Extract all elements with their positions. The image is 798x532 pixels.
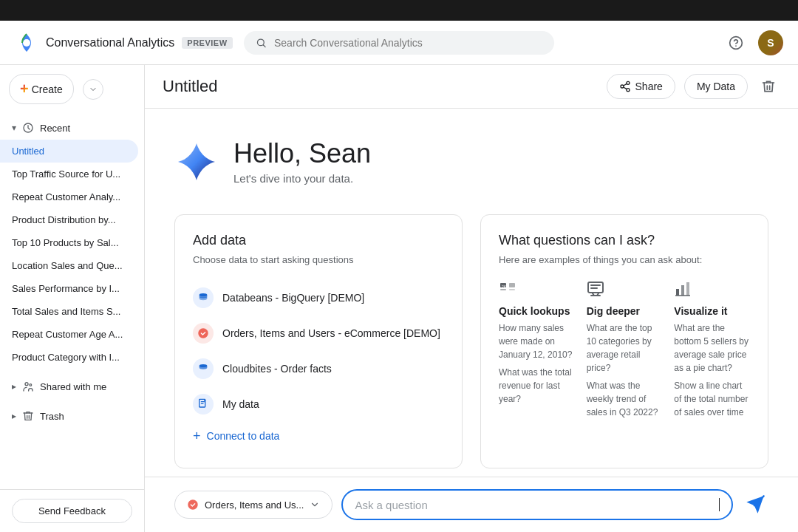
datasource-mydata[interactable]: My data [193, 386, 444, 422]
my-data-label: My Data [697, 81, 735, 92]
share-label: Share [635, 81, 663, 92]
bottom-bar: Orders, Items and Us... [145, 477, 798, 532]
questions-card: What questions can I ask? Here are examp… [480, 214, 768, 468]
help-button[interactable] [723, 30, 749, 56]
sidebar-item-untitled[interactable]: Untitled [0, 140, 138, 163]
quick-lookups-example2: What was the total revenue for last year… [499, 366, 575, 406]
send-button[interactable] [742, 491, 768, 518]
shared-people-icon [22, 381, 34, 392]
main-layout: + Create ▾ Recent Untitled Top Traffic S… [0, 65, 798, 532]
recent-section: ▾ Recent Untitled Top Traffic Source for… [0, 113, 144, 372]
app-title: Conversational Analytics [46, 36, 174, 50]
create-dropdown-button[interactable] [83, 79, 103, 100]
databeans-label: Databeans - BigQuery [DEMO] [222, 292, 364, 304]
datasource-databeans[interactable]: Databeans - BigQuery [DEMO] [193, 280, 444, 316]
datasource-cloudbites[interactable]: Cloudbites - Order facts [193, 351, 444, 386]
sidebar-item-2[interactable]: Repeat Customer Analy... [0, 185, 138, 208]
svg-point-11 [627, 89, 630, 92]
send-icon [745, 494, 765, 515]
delete-icon [761, 79, 776, 94]
ecommerce-label: Orders, Items and Users - eCommerce [DEM… [222, 327, 440, 339]
header-left: Conversational Analytics PREVIEW [15, 31, 244, 55]
data-selector-icon [187, 499, 199, 511]
svg-text:2K: 2K [502, 284, 507, 289]
svg-rect-25 [686, 282, 689, 296]
recent-section-header[interactable]: ▾ Recent [0, 116, 144, 140]
sidebar-item-6[interactable]: Sales Performance by I... [0, 277, 138, 300]
delete-button[interactable] [757, 75, 780, 98]
connect-plus-icon: + [193, 429, 201, 443]
questions-grid: 2K Quick lookups How many sales were mad… [499, 280, 750, 419]
trash-section-header[interactable]: ▸ Trash [0, 404, 144, 428]
cards-row: Add data Choose data to start asking que… [174, 214, 768, 468]
trash-icon [22, 410, 34, 422]
sidebar-item-9[interactable]: Product Category with I... [0, 346, 138, 369]
svg-rect-24 [681, 285, 684, 296]
svg-rect-19 [509, 283, 515, 287]
svg-rect-23 [676, 289, 679, 296]
data-selector[interactable]: Orders, Items and Us... [174, 491, 332, 519]
dig-deeper-example2: What was the weekly trend of sales in Q3… [587, 379, 663, 419]
question-input[interactable] [355, 499, 712, 511]
add-data-card: Add data Choose data to start asking que… [174, 214, 463, 468]
sidebar-item-5[interactable]: Location Sales and Que... [0, 254, 138, 277]
svg-point-1 [23, 39, 30, 47]
visualize-icon [674, 280, 750, 298]
app-header: Conversational Analytics PREVIEW S [0, 21, 798, 65]
my-data-button[interactable]: My Data [684, 74, 748, 99]
create-button[interactable]: + Create [9, 74, 74, 104]
sidebar-item-3[interactable]: Product Distribution by... [0, 208, 138, 231]
recent-clock-icon [22, 122, 34, 134]
quick-lookups-icon: 2K [499, 280, 575, 298]
category-visualize: Visualize it What are the bottom 5 selle… [674, 280, 750, 419]
shared-chevron-icon: ▸ [12, 381, 16, 392]
create-plus-icon: + [20, 81, 29, 98]
svg-rect-20 [509, 289, 515, 290]
sidebar-create-row: + Create [0, 65, 144, 113]
recent-label: Recent [40, 123, 70, 134]
create-label: Create [32, 83, 63, 95]
dig-deeper-example1: What are the top 10 categories by averag… [587, 321, 663, 375]
chevron-down-icon [89, 85, 98, 94]
shared-section-header[interactable]: ▸ Shared with me [0, 375, 144, 398]
svg-line-3 [263, 44, 265, 47]
connect-to-data-link[interactable]: + Connect to data [193, 422, 444, 450]
svg-rect-18 [500, 289, 506, 290]
svg-point-7 [25, 383, 28, 386]
category-quick-lookups: 2K Quick lookups How many sales were mad… [499, 280, 575, 419]
connect-label: Connect to data [207, 430, 280, 442]
datasource-ecommerce[interactable]: Orders, Items and Users - eCommerce [DEM… [193, 316, 444, 351]
sidebar-item-7[interactable]: Total Sales and Items S... [0, 300, 138, 323]
add-data-subtitle: Choose data to start asking questions [193, 254, 444, 265]
recent-chevron-icon: ▾ [12, 123, 16, 133]
svg-point-10 [621, 85, 624, 88]
svg-point-5 [735, 45, 737, 47]
sidebar-item-1[interactable]: Top Traffic Source for U... [0, 163, 138, 185]
share-button[interactable]: Share [607, 74, 675, 99]
ecommerce-icon [193, 323, 214, 344]
content-area: Untitled Share My Data [145, 65, 798, 532]
shared-label: Shared with me [40, 381, 106, 392]
sidebar-bottom: Send Feedback [0, 489, 144, 532]
svg-line-13 [623, 83, 627, 86]
sidebar-item-4[interactable]: Top 10 Products by Sal... [0, 231, 138, 254]
trash-chevron-icon: ▸ [12, 411, 16, 421]
svg-line-12 [623, 87, 627, 89]
user-avatar[interactable]: S [758, 30, 783, 55]
feedback-button[interactable]: Send Feedback [12, 499, 132, 523]
question-input-container[interactable] [341, 489, 733, 520]
trash-label: Trash [40, 411, 64, 422]
sidebar-item-8[interactable]: Repeat Customer Age A... [0, 323, 138, 346]
dig-deeper-icon [587, 280, 663, 298]
svg-point-8 [30, 384, 32, 386]
search-bar[interactable] [244, 31, 554, 55]
sidebar: + Create ▾ Recent Untitled Top Traffic S… [0, 65, 145, 532]
visualize-example2: Show a line chart of the total number of… [674, 379, 750, 419]
category-dig-deeper: Dig deeper What are the top 10 categorie… [587, 280, 663, 419]
help-icon [729, 35, 743, 50]
search-input[interactable] [274, 37, 542, 49]
visualize-title: Visualize it [674, 305, 750, 317]
page-title: Untitled [163, 77, 598, 96]
quick-lookups-title: Quick lookups [499, 305, 575, 317]
svg-point-9 [627, 81, 630, 84]
